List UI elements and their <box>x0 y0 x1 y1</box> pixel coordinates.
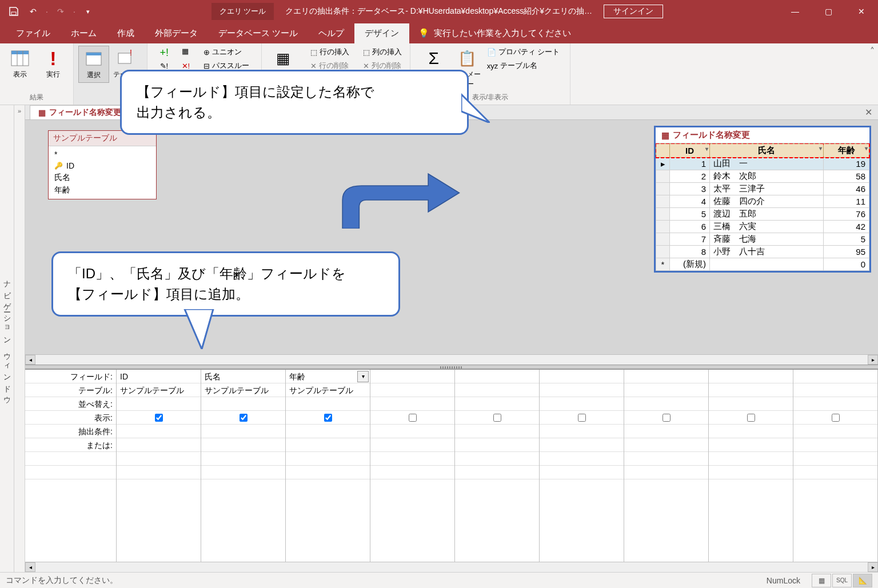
nav-pane-collapsed[interactable]: ナビゲーション ウィンドウ <box>0 105 14 572</box>
redo-icon[interactable]: ↷ <box>51 2 70 21</box>
field-id[interactable]: 🔑ID <box>49 160 156 171</box>
show-cell[interactable] <box>624 411 708 425</box>
criteria-cell[interactable] <box>540 425 624 438</box>
tab-create[interactable]: 作成 <box>107 23 145 43</box>
sort-cell[interactable] <box>117 397 201 411</box>
signin-button[interactable]: サインイン <box>604 5 663 18</box>
field-cell[interactable]: 氏名 <box>201 370 285 383</box>
nav-pane-toggle[interactable]: » <box>14 105 25 572</box>
design-view-icon[interactable]: 📐 <box>853 574 872 587</box>
or-cell[interactable] <box>370 438 454 452</box>
grid-column[interactable] <box>793 370 878 562</box>
tab-file[interactable]: ファイル <box>6 23 61 43</box>
table-cell[interactable]: サンプルテーブル <box>286 383 370 397</box>
or-cell[interactable] <box>624 438 708 452</box>
qat-customize-icon[interactable]: ▾ <box>79 2 97 21</box>
scroll-left-icon[interactable]: ◂ <box>25 562 35 572</box>
show-checkbox[interactable] <box>324 414 332 422</box>
or-cell[interactable] <box>286 438 370 452</box>
field-cell[interactable]: 年齢 <box>286 370 370 383</box>
datasheet-view-icon[interactable]: ▦ <box>812 574 831 587</box>
table-cell[interactable] <box>370 383 454 397</box>
grid-scrollbar[interactable]: ◂ ▸ <box>25 562 878 572</box>
table-field-list[interactable]: サンプルテーブル * 🔑ID 氏名 年齢 <box>48 130 157 199</box>
canvas-scrollbar[interactable]: ◂ ▸ <box>25 354 878 365</box>
table-row[interactable]: 3太平 三津子46 <box>656 183 869 195</box>
show-cell[interactable] <box>709 411 793 425</box>
show-checkbox[interactable] <box>155 414 163 422</box>
grid-column[interactable]: ID サンプルテーブル <box>117 370 201 562</box>
field-cell[interactable] <box>793 370 877 383</box>
query-tab[interactable]: ▦ フィールド名称変更 <box>30 105 130 119</box>
append-button[interactable]: +! <box>158 46 173 58</box>
show-checkbox[interactable] <box>663 414 671 422</box>
or-cell[interactable] <box>117 438 201 452</box>
show-cell[interactable] <box>455 411 539 425</box>
union-button[interactable]: ⊕ユニオン <box>201 46 252 58</box>
save-icon[interactable] <box>5 2 23 21</box>
criteria-cell[interactable] <box>201 425 285 438</box>
criteria-cell[interactable] <box>455 425 539 438</box>
criteria-cell[interactable] <box>286 425 370 438</box>
collapse-ribbon-icon[interactable]: ˄ <box>870 46 875 57</box>
select-query-button[interactable]: 選択 <box>78 46 109 83</box>
table-row[interactable]: 6三橋 六実42 <box>656 221 869 233</box>
show-checkbox[interactable] <box>409 414 417 422</box>
table-cell[interactable] <box>540 383 624 397</box>
sort-cell[interactable] <box>286 397 370 411</box>
tab-home[interactable]: ホーム <box>61 23 107 43</box>
table-cell[interactable]: サンプルテーブル <box>117 383 201 397</box>
field-age[interactable]: 年齢 <box>49 184 156 197</box>
sort-cell[interactable] <box>624 397 708 411</box>
grid-column[interactable] <box>624 370 709 562</box>
field-cell[interactable] <box>370 370 454 383</box>
or-cell[interactable] <box>793 438 877 452</box>
field-cell[interactable] <box>624 370 708 383</box>
grid-column[interactable]: 年齢 サンプルテーブル <box>286 370 370 562</box>
tab-design[interactable]: デザイン <box>354 23 409 43</box>
tab-external[interactable]: 外部データ <box>145 23 208 43</box>
field-name[interactable]: 氏名 <box>49 171 156 184</box>
table-row[interactable]: 7斉藤 七海5 <box>656 233 869 246</box>
show-cell[interactable] <box>793 411 877 425</box>
tab-help[interactable]: ヘルプ <box>308 23 354 43</box>
table-cell[interactable] <box>455 383 539 397</box>
table-row[interactable]: 4佐藤 四の介11 <box>656 195 869 208</box>
show-cell[interactable] <box>286 411 370 425</box>
property-sheet-button[interactable]: 📄プロパティ シート <box>485 46 562 58</box>
scroll-right-icon[interactable]: ▸ <box>868 355 878 365</box>
show-cell[interactable] <box>540 411 624 425</box>
sort-cell[interactable] <box>455 397 539 411</box>
criteria-cell[interactable] <box>709 425 793 438</box>
show-checkbox[interactable] <box>493 414 501 422</box>
or-cell[interactable] <box>709 438 793 452</box>
field-cell[interactable]: ID <box>117 370 201 383</box>
minimize-icon[interactable]: — <box>779 0 812 23</box>
field-asterisk[interactable]: * <box>49 149 156 160</box>
grid-column[interactable] <box>709 370 793 562</box>
show-checkbox[interactable] <box>240 414 248 422</box>
tab-dbtools[interactable]: データベース ツール <box>208 23 308 43</box>
criteria-cell[interactable] <box>117 425 201 438</box>
show-checkbox[interactable] <box>832 414 840 422</box>
criteria-cell[interactable] <box>370 425 454 438</box>
show-checkbox[interactable] <box>747 414 755 422</box>
insert-rows-button[interactable]: ⬚行の挿入 <box>308 46 352 58</box>
maximize-icon[interactable]: ▢ <box>812 0 845 23</box>
show-table-button[interactable]: ▦ <box>268 46 299 71</box>
show-cell[interactable] <box>201 411 285 425</box>
or-cell[interactable] <box>540 438 624 452</box>
field-cell[interactable] <box>709 370 793 383</box>
crosstab-button[interactable]: ▦ <box>179 46 194 58</box>
grid-column[interactable] <box>370 370 455 562</box>
table-row[interactable]: ▸1山田 一19 <box>656 158 869 170</box>
table-cell[interactable] <box>709 383 793 397</box>
grid-column[interactable] <box>540 370 624 562</box>
sql-view-icon[interactable]: SQL <box>832 574 852 587</box>
insert-cols-button[interactable]: ⬚列の挿入 <box>361 46 404 58</box>
run-button[interactable]: ! 実行 <box>38 46 69 82</box>
sort-cell[interactable] <box>540 397 624 411</box>
criteria-cell[interactable] <box>793 425 877 438</box>
show-cell[interactable] <box>370 411 454 425</box>
undo-icon[interactable]: ↶ <box>24 2 42 21</box>
